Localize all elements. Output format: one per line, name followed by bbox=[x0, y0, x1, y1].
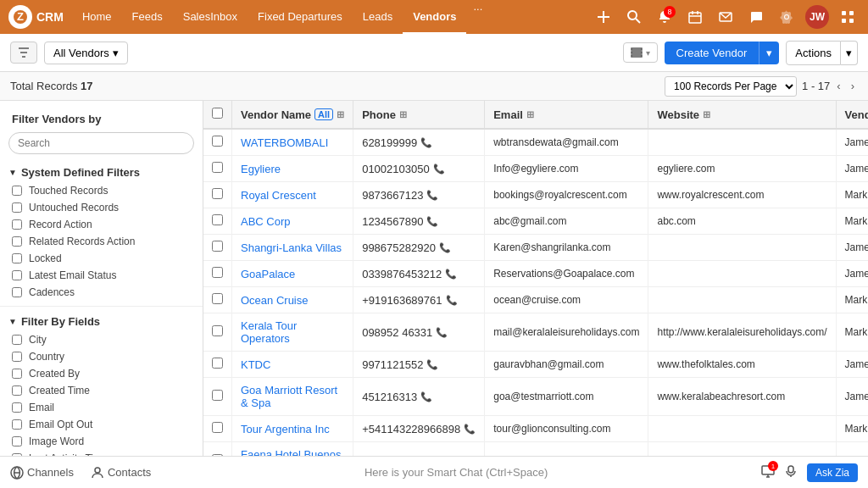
filter-untouched-records[interactable]: Untouched Records bbox=[0, 199, 203, 216]
last-activity-time-checkbox[interactable] bbox=[12, 453, 22, 456]
row-checkbox-cell[interactable] bbox=[203, 352, 232, 378]
vendor-name-link[interactable]: Royal Crescent bbox=[241, 189, 316, 202]
filter-image-word[interactable]: Image Word bbox=[0, 433, 203, 450]
vendor-name-link[interactable]: ABC Corp bbox=[241, 215, 291, 228]
filter-last-activity-time[interactable]: Last Activity Time bbox=[0, 450, 203, 456]
row-checkbox-cell[interactable] bbox=[203, 156, 232, 182]
email-opt-out-checkbox[interactable] bbox=[12, 419, 22, 430]
website-filter-icon[interactable]: ⊞ bbox=[703, 109, 710, 120]
country-checkbox[interactable] bbox=[12, 352, 22, 362]
ask-zia-button[interactable]: Ask Zia bbox=[807, 463, 858, 482]
row-checkbox-cell[interactable] bbox=[203, 208, 232, 235]
image-word-checkbox[interactable] bbox=[12, 436, 22, 446]
row-checkbox-cell[interactable] bbox=[203, 287, 232, 313]
vendor-name-link[interactable]: Tour Argentina Inc bbox=[241, 423, 330, 435]
row-checkbox[interactable] bbox=[212, 136, 223, 147]
user-avatar[interactable]: JW bbox=[805, 5, 829, 29]
row-checkbox-cell[interactable] bbox=[203, 442, 232, 457]
row-checkbox[interactable] bbox=[212, 325, 223, 336]
system-filters-header[interactable]: ▼ System Defined Filters bbox=[0, 163, 203, 182]
channels-nav[interactable]: Channels bbox=[10, 466, 74, 480]
record-action-checkbox[interactable] bbox=[12, 219, 22, 230]
crm-logo[interactable]: Z CRM bbox=[8, 5, 64, 29]
select-all-header[interactable] bbox=[203, 101, 232, 129]
untouched-records-checkbox[interactable] bbox=[12, 202, 22, 213]
city-checkbox[interactable] bbox=[12, 335, 22, 345]
row-checkbox[interactable] bbox=[212, 454, 223, 456]
vendor-name-link[interactable]: Kerala Tour Operators bbox=[241, 319, 297, 345]
nav-salesinbox[interactable]: SalesInbox bbox=[173, 0, 248, 34]
filter-country[interactable]: Country bbox=[0, 348, 203, 365]
row-checkbox-cell[interactable] bbox=[203, 378, 232, 416]
filter-locked[interactable]: Locked bbox=[0, 250, 203, 267]
vendor-name-link[interactable]: Shangri-Lanka Villas bbox=[241, 241, 342, 254]
select-all-checkbox[interactable] bbox=[212, 108, 223, 119]
search-icon[interactable] bbox=[622, 5, 646, 29]
contacts-nav[interactable]: Contacts bbox=[91, 466, 151, 480]
filter-related-records[interactable]: Related Records Action bbox=[0, 233, 203, 250]
filter-touched-records[interactable]: Touched Records bbox=[0, 182, 203, 199]
website-header[interactable]: Website ⊞ bbox=[648, 101, 836, 129]
phone-header[interactable]: Phone ⊞ bbox=[353, 101, 485, 129]
email-header[interactable]: Email ⊞ bbox=[485, 101, 648, 129]
row-checkbox[interactable] bbox=[212, 188, 223, 199]
actions-button[interactable]: Actions bbox=[786, 41, 841, 65]
row-checkbox[interactable] bbox=[212, 241, 223, 252]
row-checkbox-cell[interactable] bbox=[203, 261, 232, 287]
row-checkbox[interactable] bbox=[212, 358, 223, 369]
vendor-name-link[interactable]: Faena Hotel Buenos Aires | Argentina bbox=[241, 448, 342, 456]
vendor-name-link[interactable]: Egyliere bbox=[241, 163, 281, 175]
filter-email[interactable]: Email bbox=[0, 399, 203, 416]
email-status-checkbox[interactable] bbox=[12, 270, 22, 280]
nav-more[interactable]: ... bbox=[466, 0, 489, 34]
nav-feeds[interactable]: Feeds bbox=[122, 0, 173, 34]
vendor-name-link[interactable]: Ocean Cruise bbox=[241, 294, 308, 307]
page-next-icon[interactable]: › bbox=[848, 78, 858, 94]
create-vendor-dropdown[interactable]: ▾ bbox=[759, 42, 779, 64]
vendor-name-link[interactable]: WATERBOMBALI bbox=[241, 136, 328, 149]
row-checkbox-cell[interactable] bbox=[203, 235, 232, 261]
screen-share-icon[interactable]: 1 bbox=[761, 464, 775, 480]
vendor-owner-header[interactable]: Vendor Owner ⊟ bbox=[836, 101, 868, 129]
vendor-name-filter-icon[interactable]: ⊞ bbox=[337, 109, 344, 120]
filter-cadences[interactable]: Cadences bbox=[0, 284, 203, 301]
email-filter-icon[interactable]: ⊞ bbox=[526, 109, 534, 120]
field-filters-header[interactable]: ▼ Filter By Fields bbox=[0, 312, 203, 331]
microphone-icon[interactable] bbox=[785, 465, 797, 480]
filter-city[interactable]: City bbox=[0, 331, 203, 348]
cadences-checkbox[interactable] bbox=[12, 287, 22, 297]
filter-created-time[interactable]: Created Time bbox=[0, 382, 203, 399]
email-checkbox[interactable] bbox=[12, 402, 22, 413]
vendor-name-link[interactable]: KTDC bbox=[241, 358, 270, 371]
records-per-page-select[interactable]: 100 Records Per Page bbox=[665, 76, 797, 97]
row-checkbox[interactable] bbox=[212, 162, 223, 173]
row-checkbox[interactable] bbox=[212, 422, 223, 433]
vendor-name-link[interactable]: GoaPalace bbox=[241, 268, 295, 280]
row-checkbox[interactable] bbox=[212, 293, 223, 304]
all-vendors-dropdown[interactable]: All Vendors ▾ bbox=[44, 42, 128, 64]
filter-email-status[interactable]: Latest Email Status bbox=[0, 267, 203, 284]
row-checkbox-cell[interactable] bbox=[203, 313, 232, 352]
filter-button[interactable] bbox=[10, 42, 37, 64]
vendor-name-header[interactable]: Vendor Name All ⊞ bbox=[232, 101, 353, 129]
view-toggle[interactable]: ▾ bbox=[623, 42, 658, 63]
vendor-name-link[interactable]: Goa Marriott Resort & Spa bbox=[241, 384, 337, 409]
chat-icon[interactable] bbox=[744, 5, 768, 29]
settings-icon[interactable] bbox=[775, 5, 798, 29]
actions-dropdown[interactable]: ▾ bbox=[841, 41, 858, 65]
filter-record-action[interactable]: Record Action bbox=[0, 216, 203, 233]
nav-vendors[interactable]: Vendors bbox=[403, 0, 466, 34]
row-checkbox-cell[interactable] bbox=[203, 129, 232, 156]
filter-created-by[interactable]: Created By bbox=[0, 365, 203, 382]
smart-chat-area[interactable]: Here is your Smart Chat (Ctrl+Space) bbox=[168, 466, 744, 479]
row-checkbox[interactable] bbox=[212, 390, 223, 401]
created-time-checkbox[interactable] bbox=[12, 385, 22, 396]
row-checkbox-cell[interactable] bbox=[203, 182, 232, 208]
phone-filter-icon[interactable]: ⊞ bbox=[399, 109, 407, 120]
locked-checkbox[interactable] bbox=[12, 253, 22, 263]
new-item-icon[interactable] bbox=[592, 5, 615, 29]
calendar-icon[interactable] bbox=[683, 5, 707, 29]
email-icon[interactable] bbox=[714, 5, 737, 29]
page-prev-icon[interactable]: ‹ bbox=[833, 78, 843, 94]
apps-grid-icon[interactable] bbox=[836, 5, 860, 29]
